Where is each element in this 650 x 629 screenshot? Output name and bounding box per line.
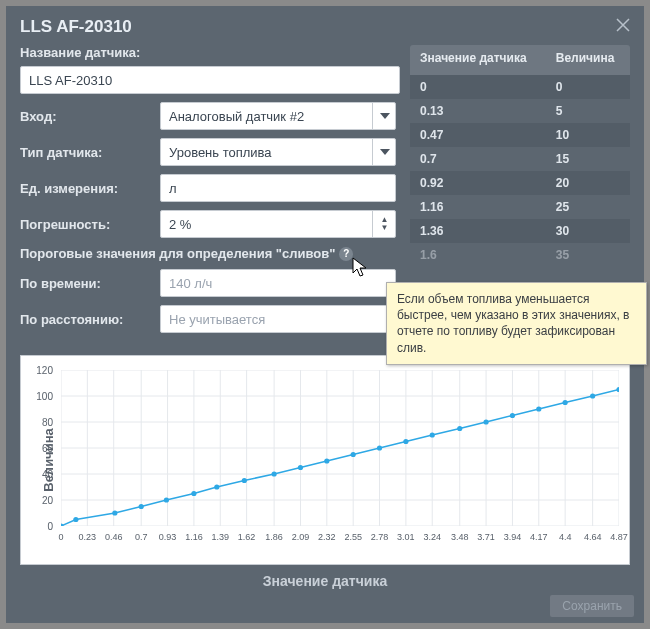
chart-x-title: Значение датчика xyxy=(20,573,630,589)
cell-quantity: 25 xyxy=(546,195,630,219)
y-tick: 80 xyxy=(42,417,53,428)
y-tick: 20 xyxy=(42,495,53,506)
sensor-name-input[interactable] xyxy=(20,66,400,94)
calibration-table: Значение датчика Величина 000.1350.47100… xyxy=(410,45,630,267)
x-tick: 0.7 xyxy=(135,532,148,542)
cell-sensor-value: 0 xyxy=(410,75,546,99)
svg-point-35 xyxy=(214,484,219,489)
y-tick: 0 xyxy=(47,521,53,532)
save-button[interactable]: Сохранить xyxy=(550,595,634,617)
help-tooltip: Если объем топлива уменьшается быстрее, … xyxy=(386,282,647,365)
stepper-buttons[interactable]: ▲ ▼ xyxy=(372,210,396,238)
table-row[interactable]: 0.4710 xyxy=(410,123,630,147)
x-tick: 1.16 xyxy=(185,532,203,542)
svg-point-34 xyxy=(191,491,196,496)
cell-sensor-value: 0.92 xyxy=(410,171,546,195)
x-tick: 0.46 xyxy=(105,532,123,542)
input-channel-label: Вход: xyxy=(20,109,160,124)
svg-point-40 xyxy=(351,452,356,457)
x-tick: 2.78 xyxy=(371,532,389,542)
threshold-section-label: Пороговые значения для определения "слив… xyxy=(20,246,335,261)
svg-point-37 xyxy=(272,471,277,476)
x-tick: 2.55 xyxy=(344,532,362,542)
input-channel-select[interactable] xyxy=(160,102,396,130)
x-tick: 1.62 xyxy=(238,532,256,542)
table-row[interactable]: 1.635 xyxy=(410,243,630,267)
mouse-cursor xyxy=(352,257,372,279)
x-tick: 1.86 xyxy=(265,532,283,542)
x-tick: 3.94 xyxy=(504,532,522,542)
svg-point-39 xyxy=(324,458,329,463)
table-row[interactable]: 1.3630 xyxy=(410,219,630,243)
cell-quantity: 5 xyxy=(546,99,630,123)
x-tick: 3.71 xyxy=(477,532,495,542)
svg-point-44 xyxy=(457,426,462,431)
calibration-chart: Величина 020406080100120 00.230.460.70.9… xyxy=(20,355,630,589)
cell-sensor-value: 0.13 xyxy=(410,99,546,123)
x-tick: 0.93 xyxy=(159,532,177,542)
table-row[interactable]: 1.1625 xyxy=(410,195,630,219)
x-tick: 2.09 xyxy=(292,532,310,542)
svg-point-45 xyxy=(483,419,488,424)
by-distance-label: По расстоянию: xyxy=(20,312,160,327)
chevron-down-icon xyxy=(372,138,396,166)
x-tick: 4.4 xyxy=(559,532,572,542)
svg-point-50 xyxy=(616,387,619,392)
svg-point-32 xyxy=(139,504,144,509)
sensor-name-label: Название датчика: xyxy=(20,45,400,60)
x-tick: 0 xyxy=(58,532,63,542)
svg-point-46 xyxy=(510,413,515,418)
y-tick: 100 xyxy=(36,391,53,402)
sensor-settings-dialog: LLS AF-20310 Название датчика: Вход: xyxy=(6,6,644,623)
table-row[interactable]: 0.9220 xyxy=(410,171,630,195)
cell-quantity: 0 xyxy=(546,75,630,99)
table-row[interactable]: 0.135 xyxy=(410,99,630,123)
chevron-down-icon xyxy=(372,102,396,130)
y-tick: 60 xyxy=(42,443,53,454)
cell-quantity: 20 xyxy=(546,171,630,195)
sensor-type-label: Тип датчика: xyxy=(20,145,160,160)
table-header-quantity: Величина xyxy=(546,45,630,75)
sensor-type-select[interactable] xyxy=(160,138,396,166)
chevron-down-icon[interactable]: ▼ xyxy=(381,224,389,232)
x-tick: 4.87 xyxy=(610,532,628,542)
cell-quantity: 30 xyxy=(546,219,630,243)
svg-point-33 xyxy=(164,497,169,502)
svg-point-47 xyxy=(536,406,541,411)
cell-sensor-value: 1.16 xyxy=(410,195,546,219)
x-tick: 1.39 xyxy=(211,532,229,542)
table-row[interactable]: 00 xyxy=(410,75,630,99)
cell-sensor-value: 0.7 xyxy=(410,147,546,171)
svg-point-49 xyxy=(590,393,595,398)
svg-point-30 xyxy=(73,517,78,522)
units-label: Ед. измерения: xyxy=(20,181,160,196)
cell-sensor-value: 1.36 xyxy=(410,219,546,243)
cell-quantity: 35 xyxy=(546,243,630,267)
x-tick: 3.48 xyxy=(451,532,469,542)
svg-point-36 xyxy=(242,478,247,483)
svg-point-42 xyxy=(403,439,408,444)
svg-point-31 xyxy=(112,510,117,515)
x-tick: 4.64 xyxy=(584,532,602,542)
cell-sensor-value: 0.47 xyxy=(410,123,546,147)
by-distance-input[interactable] xyxy=(160,305,396,333)
x-tick: 2.32 xyxy=(318,532,336,542)
svg-point-38 xyxy=(298,465,303,470)
cell-sensor-value: 1.6 xyxy=(410,243,546,267)
error-margin-stepper[interactable]: ▲ ▼ xyxy=(160,210,396,238)
svg-point-29 xyxy=(61,523,64,526)
x-tick: 3.01 xyxy=(397,532,415,542)
y-tick: 120 xyxy=(36,365,53,376)
table-header-sensor-value: Значение датчика xyxy=(410,45,546,75)
error-margin-label: Погрешность: xyxy=(20,217,160,232)
y-tick: 40 xyxy=(42,469,53,480)
by-time-label: По времени: xyxy=(20,276,160,291)
units-input[interactable] xyxy=(160,174,396,202)
table-row[interactable]: 0.715 xyxy=(410,147,630,171)
cell-quantity: 10 xyxy=(546,123,630,147)
svg-point-48 xyxy=(563,400,568,405)
close-icon[interactable] xyxy=(616,16,630,37)
dialog-title: LLS AF-20310 xyxy=(20,17,132,37)
x-tick: 3.24 xyxy=(423,532,441,542)
x-tick: 0.23 xyxy=(79,532,97,542)
